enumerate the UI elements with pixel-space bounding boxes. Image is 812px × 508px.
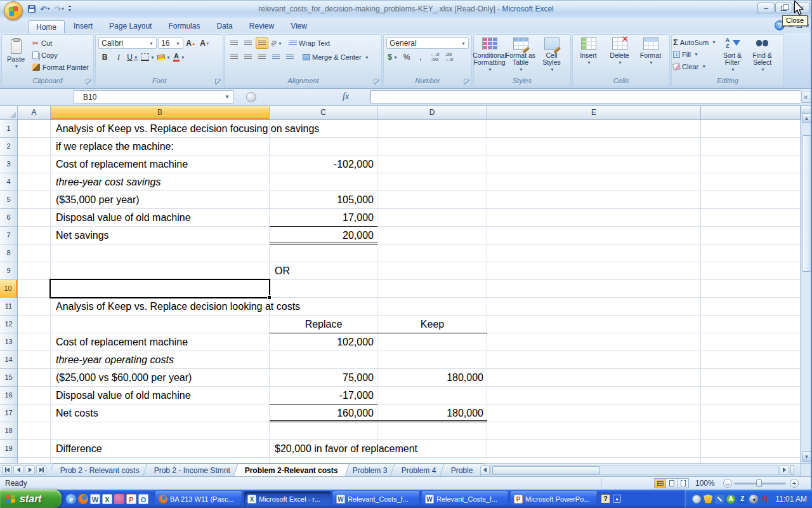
accounting-format-button[interactable]: $▼ bbox=[386, 51, 399, 63]
cell-D15[interactable]: 180,000 bbox=[377, 369, 487, 387]
orientation-button[interactable]: ab▼ bbox=[270, 37, 283, 49]
row-header-3[interactable]: 3 bbox=[0, 156, 17, 173]
paste-button[interactable]: Paste ▼ bbox=[2, 35, 30, 76]
font-dialog-launcher-icon[interactable] bbox=[215, 79, 221, 84]
last-sheet-button[interactable] bbox=[36, 465, 46, 475]
ribbon-tab-data[interactable]: Data bbox=[209, 20, 240, 33]
tab-split-handle[interactable] bbox=[790, 465, 794, 475]
vertical-scroll-thumb[interactable] bbox=[802, 135, 811, 272]
powerpoint-quicklaunch-icon[interactable] bbox=[126, 494, 136, 504]
row-header-12[interactable]: 12 bbox=[0, 316, 17, 333]
formula-input[interactable] bbox=[370, 90, 801, 104]
font-name-select[interactable]: Calibri▼ bbox=[98, 37, 157, 49]
task-button-excel[interactable]: Microsoft Excel - r... bbox=[244, 491, 331, 506]
horizontal-scroll-thumb[interactable] bbox=[492, 466, 600, 474]
sheet-tab-problem-2-relevant-costs[interactable]: Problem 2-Relevant costs bbox=[233, 464, 350, 476]
name-box-dropdown-icon[interactable]: ▼ bbox=[225, 94, 230, 100]
word-quicklaunch-icon[interactable] bbox=[90, 494, 100, 504]
format-painter-button[interactable]: Format Painter bbox=[30, 61, 91, 73]
sheet-tab-proble[interactable]: Proble bbox=[440, 464, 485, 476]
cell-C17[interactable]: 160,000 bbox=[270, 404, 377, 422]
cell-C12[interactable]: Replace bbox=[270, 316, 377, 333]
decrease-decimal-button[interactable]: .00→.0 bbox=[442, 51, 455, 63]
task-button-word[interactable]: Relevant_Costs_f... bbox=[333, 491, 419, 506]
cell-C15[interactable]: 75,000 bbox=[270, 369, 377, 387]
ribbon-tab-review[interactable]: Review bbox=[242, 20, 282, 33]
comma-style-button[interactable]: , bbox=[414, 51, 427, 63]
italic-button[interactable]: I bbox=[112, 51, 125, 63]
zoom-slider-thumb[interactable] bbox=[756, 479, 762, 487]
formula-bar-button[interactable] bbox=[246, 92, 256, 102]
active-cell-selection[interactable] bbox=[49, 279, 270, 298]
antivirus-tray-icon[interactable] bbox=[726, 495, 735, 504]
font-color-button[interactable]: A▼ bbox=[173, 51, 186, 63]
bold-button[interactable]: B bbox=[98, 51, 111, 63]
row-header-1[interactable]: 1 bbox=[0, 120, 17, 138]
row-header-2[interactable]: 2 bbox=[0, 138, 17, 156]
sheet-tab-prob-2-income-stmnt[interactable]: Prob 2 - Income Stmnt bbox=[142, 464, 242, 476]
cell-C3[interactable]: -102,000 bbox=[270, 156, 377, 173]
align-right-button[interactable] bbox=[256, 51, 268, 63]
grow-font-button[interactable]: A▲ bbox=[185, 37, 197, 49]
format-cells-button[interactable]: Format▼ bbox=[635, 35, 666, 76]
increase-indent-button[interactable] bbox=[284, 51, 296, 63]
cell-B17[interactable]: Net costs bbox=[56, 404, 98, 422]
cell-C6[interactable]: 17,000 bbox=[270, 209, 377, 227]
format-as-table-button[interactable]: Format as Table▼ bbox=[505, 35, 536, 76]
column-header-E[interactable]: E bbox=[487, 106, 701, 119]
copy-button[interactable]: Copy bbox=[30, 49, 91, 61]
row-header-8[interactable]: 8 bbox=[0, 244, 17, 262]
row-header-9[interactable]: 9 bbox=[0, 262, 17, 280]
ribbon-tab-page-layout[interactable]: Page Layout bbox=[102, 20, 159, 33]
language-bar-icon[interactable]: ? bbox=[601, 494, 610, 504]
column-header-f[interactable] bbox=[701, 106, 801, 119]
fill-color-button[interactable]: ▼ bbox=[157, 51, 171, 63]
alignment-dialog-launcher-icon[interactable] bbox=[374, 79, 379, 84]
middle-align-button[interactable] bbox=[242, 37, 254, 49]
row-header-4[interactable]: 4 bbox=[0, 173, 17, 191]
row-header-7[interactable]: 7 bbox=[0, 227, 17, 244]
row-header-18[interactable]: 18 bbox=[0, 422, 17, 440]
excel-quicklaunch-icon[interactable] bbox=[102, 494, 112, 504]
cell-C7[interactable]: 20,000 bbox=[270, 227, 377, 244]
horizontal-scroll-track[interactable] bbox=[490, 465, 779, 475]
top-align-button[interactable] bbox=[228, 37, 240, 49]
cell-B11[interactable]: Analysis of Keep vs. Replace decision lo… bbox=[56, 298, 300, 316]
viewer-quicklaunch-icon[interactable] bbox=[114, 494, 124, 504]
cell-B16[interactable]: Disposal value of old machine bbox=[56, 387, 191, 404]
row-header-14[interactable]: 14 bbox=[0, 351, 17, 369]
firefox-quicklaunch-icon[interactable] bbox=[78, 494, 88, 504]
delete-cells-button[interactable]: Delete▼ bbox=[604, 35, 635, 76]
ribbon-tab-view[interactable]: View bbox=[283, 20, 315, 33]
messenger-tray-icon[interactable] bbox=[692, 495, 701, 504]
ribbon-tab-insert[interactable]: Insert bbox=[66, 20, 100, 33]
row-header-19[interactable]: 19 bbox=[0, 440, 17, 458]
horizontal-scrollbar[interactable] bbox=[480, 465, 794, 475]
shrink-font-button[interactable]: A▼ bbox=[199, 37, 211, 49]
align-center-button[interactable] bbox=[242, 51, 254, 63]
cell-B7[interactable]: Net savings bbox=[56, 227, 109, 244]
page-break-view-button[interactable] bbox=[677, 478, 689, 488]
cell-B6[interactable]: Disposal value of old machine bbox=[56, 209, 191, 227]
find-select-button[interactable]: Find & Select▼ bbox=[747, 35, 777, 76]
cell-C9[interactable]: OR bbox=[275, 262, 290, 280]
number-dialog-launcher-icon[interactable] bbox=[464, 79, 469, 84]
name-box[interactable]: B10 ▼ bbox=[74, 90, 233, 104]
n-tray-icon[interactable] bbox=[761, 495, 769, 504]
cell-B19[interactable]: Difference bbox=[56, 440, 102, 458]
previous-sheet-button[interactable] bbox=[13, 465, 23, 475]
tools-tray-icon[interactable] bbox=[715, 495, 724, 504]
cell-C16[interactable]: -17,000 bbox=[270, 387, 377, 404]
task-button-powerpoint[interactable]: Microsoft PowerPo... bbox=[511, 491, 597, 506]
cell-B14[interactable]: three-year operating costs bbox=[56, 351, 174, 369]
column-header-C[interactable]: C bbox=[270, 106, 377, 119]
underline-button[interactable]: U▼ bbox=[126, 51, 139, 63]
cell-styles-button[interactable]: Cell Styles▼ bbox=[536, 35, 567, 76]
show-hidden-icons-button[interactable]: ▴ bbox=[613, 495, 621, 503]
ribbon-tab-formulas[interactable]: Formulas bbox=[160, 20, 207, 33]
zoom-in-button[interactable]: + bbox=[790, 479, 799, 488]
ie-quicklaunch-icon[interactable] bbox=[66, 494, 76, 504]
cell-B13[interactable]: Cost of replacement machine bbox=[56, 333, 188, 351]
row-header-13[interactable]: 13 bbox=[0, 333, 17, 351]
sheet-tab-prob-2-relevant-costs[interactable]: Prob 2 - Relevant costs bbox=[51, 464, 151, 476]
